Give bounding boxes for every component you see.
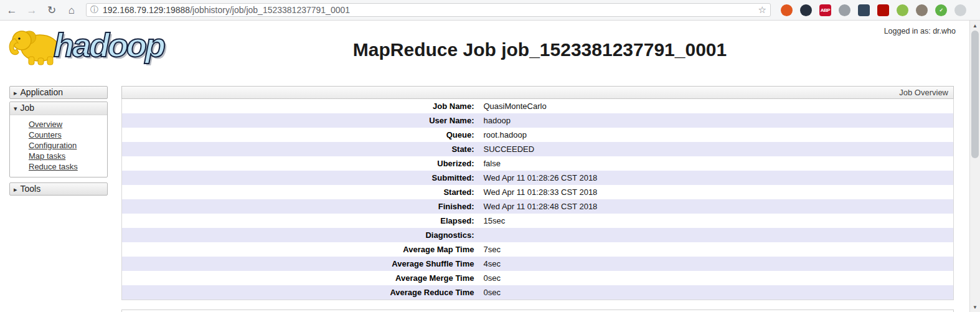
extension-icon-10[interactable] bbox=[954, 4, 966, 16]
field-value: QuasiMonteCarlo bbox=[478, 99, 954, 113]
url-text: 192.168.79.129:19888/jobhistory/job/job_… bbox=[103, 5, 755, 15]
sidebar-link-configuration[interactable]: Configuration bbox=[29, 141, 77, 150]
sidebar-section-application[interactable]: ▸Application bbox=[9, 86, 108, 99]
extension-icon-4[interactable] bbox=[839, 4, 850, 16]
job-overview-table: Job Name:QuasiMonteCarlo User Name:hadoo… bbox=[121, 99, 954, 300]
address-bar[interactable]: ⓘ 192.168.79.129:19888/jobhistory/job/jo… bbox=[86, 3, 771, 17]
refresh-icon: ↻ bbox=[47, 5, 56, 16]
table-row: Average Merge Time0sec bbox=[122, 271, 954, 285]
chevron-right-icon: ▸ bbox=[14, 89, 17, 97]
sidebar-link-reduce-tasks[interactable]: Reduce tasks bbox=[29, 162, 78, 171]
browser-window: ← → ↻ ⌂ ⓘ 192.168.79.129:19888/jobhistor… bbox=[0, 0, 980, 312]
sidebar-section-job: ▾Job Overview Counters Configuration Map… bbox=[9, 102, 108, 177]
table-row: Average Map Time7sec bbox=[122, 242, 954, 257]
list-item: Overview bbox=[29, 119, 107, 130]
extension-icon-6[interactable] bbox=[877, 4, 889, 16]
back-button[interactable]: ← bbox=[4, 2, 20, 18]
url-host: 192.168.79.129:19888 bbox=[103, 5, 190, 15]
extension-icon-7[interactable] bbox=[897, 4, 908, 16]
field-value: root.hadoop bbox=[478, 128, 954, 142]
sidebar-link-counters[interactable]: Counters bbox=[29, 130, 62, 139]
field-value bbox=[478, 228, 954, 242]
field-label: Submitted: bbox=[122, 171, 478, 185]
table-row: Diagnostics: bbox=[122, 228, 954, 242]
field-value: 4sec bbox=[478, 257, 954, 271]
sidebar-section-application-label: Application bbox=[21, 87, 64, 97]
back-icon: ← bbox=[7, 5, 17, 16]
extensions-area: ABP ✓ bbox=[781, 4, 966, 16]
field-label: Job Name: bbox=[122, 99, 478, 113]
sidebar-section-tools[interactable]: ▸Tools bbox=[9, 182, 108, 196]
field-value: 15sec bbox=[478, 214, 954, 228]
page-content: Logged in as: dr.who hadoop MapReduce Jo… bbox=[0, 21, 980, 312]
sidebar: ▸Application ▾Job Overview Counters Conf… bbox=[9, 86, 108, 196]
job-overview-header: Job Overview bbox=[121, 86, 954, 99]
table-row: Submitted:Wed Apr 11 01:28:26 CST 2018 bbox=[122, 171, 954, 185]
table-row: Average Reduce Time0sec bbox=[122, 285, 954, 300]
field-label: Elapsed: bbox=[122, 214, 478, 228]
field-label: Average Map Time bbox=[122, 242, 478, 257]
sidebar-section-tools-label: Tools bbox=[21, 184, 41, 194]
field-value: false bbox=[478, 156, 954, 171]
field-label: User Name: bbox=[122, 113, 478, 128]
list-item: Counters bbox=[29, 130, 107, 140]
main-content: Job Overview Job Name:QuasiMonteCarlo Us… bbox=[121, 86, 954, 312]
extension-icon-2[interactable] bbox=[800, 4, 812, 16]
job-links-list: Overview Counters Configuration Map task… bbox=[10, 115, 107, 177]
scroll-up-icon[interactable]: ▲ bbox=[970, 21, 980, 31]
field-label: Diagnostics: bbox=[122, 228, 478, 242]
extension-icon-3[interactable]: ABP bbox=[819, 4, 831, 16]
browser-toolbar: ← → ↻ ⌂ ⓘ 192.168.79.129:19888/jobhistor… bbox=[0, 0, 980, 21]
sidebar-link-map-tasks[interactable]: Map tasks bbox=[29, 151, 65, 161]
table-row: Average Shuffle Time4sec bbox=[122, 257, 954, 271]
application-master-section: ApplicationMaster Attempt Number Start T… bbox=[121, 310, 954, 312]
field-value: hadoop bbox=[478, 113, 954, 128]
field-label: Queue: bbox=[122, 128, 478, 142]
chevron-down-icon: ▾ bbox=[14, 105, 17, 112]
table-row: Elapsed:15sec bbox=[122, 214, 954, 228]
vertical-scrollbar[interactable]: ▲ ▼ bbox=[969, 21, 980, 312]
table-row: Job Name:QuasiMonteCarlo bbox=[122, 99, 954, 113]
field-label: Uberized: bbox=[122, 156, 478, 171]
page-info-icon[interactable]: ⓘ bbox=[90, 4, 98, 16]
table-row: User Name:hadoop bbox=[122, 113, 954, 128]
table-row: Queue:root.hadoop bbox=[122, 128, 954, 142]
scroll-down-icon[interactable]: ▼ bbox=[970, 302, 980, 312]
extension-icon-5[interactable] bbox=[858, 4, 870, 16]
table-row: State:SUCCEEDED bbox=[122, 142, 954, 156]
field-value: SUCCEEDED bbox=[478, 142, 954, 156]
field-label: Average Merge Time bbox=[122, 271, 478, 285]
field-value: 0sec bbox=[478, 285, 954, 300]
list-item: Configuration bbox=[29, 140, 107, 151]
table-row: Uberized:false bbox=[122, 156, 954, 171]
sidebar-link-overview[interactable]: Overview bbox=[29, 120, 62, 129]
sidebar-section-job-header[interactable]: ▾Job bbox=[10, 102, 107, 115]
list-item: Map tasks bbox=[29, 151, 107, 161]
table-row: Finished:Wed Apr 11 01:28:48 CST 2018 bbox=[122, 199, 954, 214]
table-row: Started:Wed Apr 11 01:28:33 CST 2018 bbox=[122, 185, 954, 199]
field-value: 0sec bbox=[478, 271, 954, 285]
bookmark-star-icon[interactable]: ☆ bbox=[758, 4, 766, 16]
field-value: Wed Apr 11 01:28:33 CST 2018 bbox=[478, 185, 954, 199]
logged-in-status: Logged in as: dr.who bbox=[884, 27, 956, 35]
field-value: 7sec bbox=[478, 242, 954, 257]
field-label: Average Reduce Time bbox=[122, 285, 478, 300]
list-item: Reduce tasks bbox=[29, 161, 107, 172]
field-value: Wed Apr 11 01:28:26 CST 2018 bbox=[478, 171, 954, 185]
extension-icon-1[interactable] bbox=[781, 4, 793, 16]
field-label: Average Shuffle Time bbox=[122, 257, 478, 271]
extension-icon-9[interactable]: ✓ bbox=[935, 4, 947, 16]
forward-icon: → bbox=[27, 5, 37, 16]
home-button[interactable]: ⌂ bbox=[64, 2, 80, 18]
field-label: State: bbox=[122, 142, 478, 156]
field-value: Wed Apr 11 01:28:48 CST 2018 bbox=[478, 199, 954, 214]
chevron-right-icon: ▸ bbox=[14, 186, 17, 193]
refresh-button[interactable]: ↻ bbox=[44, 2, 60, 18]
url-path: /jobhistory/job/job_1523381237791_0001 bbox=[190, 5, 350, 15]
extension-icon-8[interactable] bbox=[916, 4, 928, 16]
scrollbar-thumb[interactable] bbox=[971, 31, 979, 158]
sidebar-section-job-label: Job bbox=[21, 103, 35, 113]
home-icon: ⌂ bbox=[68, 5, 75, 16]
forward-button[interactable]: → bbox=[24, 2, 40, 18]
page-title: MapReduce Job job_1523381237791_0001 bbox=[100, 39, 980, 60]
